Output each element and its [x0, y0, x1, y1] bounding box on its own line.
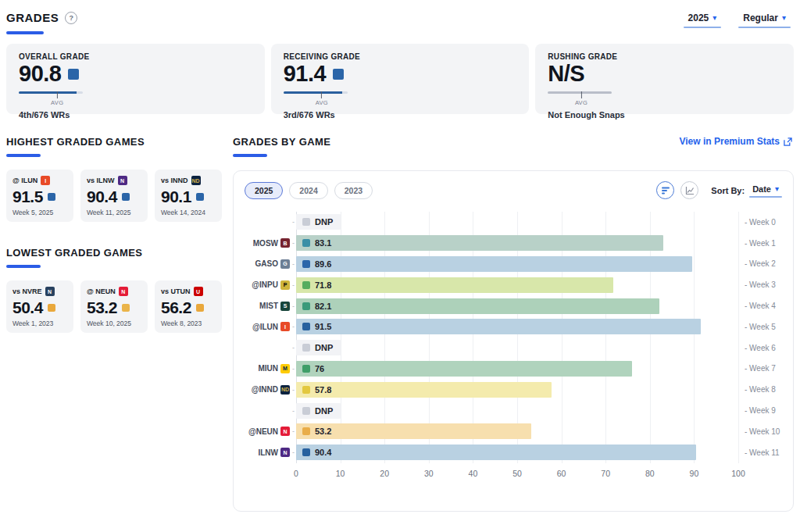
grade-distribution-slider: AVG — [19, 91, 83, 102]
game-grade-value: 90.1 — [161, 187, 191, 205]
team-logo-icon: I — [41, 176, 50, 185]
season-type-dropdown[interactable]: Regular ▾ — [738, 11, 791, 28]
grade-bar[interactable]: 90.4 — [296, 445, 696, 460]
highest-graded-section: HIGHEST GRADED GAMES @ ILUN I 91.5 Week … — [6, 136, 223, 222]
game-week: Week 10, 2025 — [87, 320, 141, 327]
view-premium-stats-link[interactable]: View in Premium Stats — [680, 136, 795, 147]
axis-tick-dash: - — [292, 218, 295, 226]
grade-color-marker — [48, 193, 55, 201]
axis-tick-dash: - — [292, 427, 295, 435]
grade-color-marker — [302, 344, 310, 352]
chart-team-label: MOSW — [253, 239, 278, 248]
chevron-down-icon: ▾ — [712, 14, 716, 22]
game-grade-card[interactable]: vs NVRE N 50.4 Week 1, 2023 — [6, 280, 73, 333]
grade-color-marker — [302, 323, 310, 330]
chart-row: MOSW B - 83.1 - Week 1 — [245, 233, 782, 254]
grade-color-marker — [302, 448, 310, 456]
year-pill-2025[interactable]: 2025 — [245, 182, 283, 199]
grade-bar[interactable]: 76 — [296, 361, 632, 377]
sort-by-label: Sort By: — [711, 186, 745, 195]
chart-week-label: - Week 3 — [738, 280, 782, 289]
highest-graded-games: @ ILUN I 91.5 Week 5, 2025 vs ILNW N 90.… — [6, 170, 223, 222]
grade-color-marker — [302, 260, 310, 268]
grade-rank: 4th/676 WRs — [19, 110, 252, 120]
bar-value-label: 71.8 — [315, 280, 331, 290]
x-axis-tick-label: 0 — [294, 469, 298, 478]
line-chart-icon — [685, 186, 695, 195]
year-filter-pills: 202520242023 — [245, 182, 373, 199]
dropdown-underline — [684, 27, 722, 28]
game-week: Week 1, 2023 — [12, 320, 67, 327]
grade-distribution-slider: AVG — [284, 91, 348, 102]
external-link-icon — [784, 137, 792, 146]
sort-by-dropdown[interactable]: Date ▾ — [749, 184, 782, 198]
grade-bar[interactable]: 53.2 — [296, 423, 531, 439]
team-logo-icon: G — [280, 259, 290, 269]
game-week: Week 11, 2025 — [87, 209, 141, 216]
axis-tick-dash: - — [292, 386, 295, 394]
dnp-bar[interactable]: DNP — [296, 340, 341, 355]
chart-team-label: @NEUN — [248, 427, 278, 436]
line-chart-view-button[interactable] — [680, 181, 698, 199]
game-week: Week 8, 2023 — [161, 320, 216, 327]
summary-grade-cards: OVERALL GRADE 90.8 AVG 4th/676 WRs RECEI… — [6, 44, 794, 114]
avg-label: AVG — [51, 99, 63, 106]
game-grade-card[interactable]: @ ILUN I 91.5 Week 5, 2025 — [6, 170, 73, 222]
bar-chart-view-button[interactable] — [656, 181, 674, 199]
grade-color-marker — [302, 427, 310, 435]
chart-week-label: - Week 0 — [738, 218, 782, 227]
game-grade-card[interactable]: vs INND ND 90.1 Week 14, 2024 — [155, 170, 222, 222]
game-opponent: vs INND — [161, 177, 188, 184]
chart-week-label: - Week 7 — [738, 364, 782, 373]
grade-bar[interactable]: 82.1 — [296, 298, 659, 314]
grade-color-marker — [302, 302, 310, 310]
grade-rank: 3rd/676 WRs — [284, 110, 517, 120]
bar-value-label: 53.2 — [315, 427, 331, 436]
game-grade-card[interactable]: @ NEUN N 53.2 Week 10, 2025 — [80, 280, 148, 333]
x-axis-tick-label: 30 — [424, 469, 434, 478]
grade-color-marker — [48, 304, 55, 312]
year-pill-2024[interactable]: 2024 — [289, 182, 327, 199]
chart-row: @NEUN N - 53.2 - Week 10 — [245, 421, 782, 442]
grade-bar[interactable]: 91.5 — [296, 319, 701, 334]
season-dropdown[interactable]: 2025 ▾ — [684, 11, 722, 28]
axis-tick-dash: - — [292, 323, 295, 330]
chart-week-label: - Week 8 — [738, 385, 782, 394]
game-grade-card[interactable]: vs ILNW N 90.4 Week 11, 2025 — [80, 170, 148, 222]
grade-bar[interactable]: 89.6 — [296, 256, 692, 272]
grades-bar-chart: - DNP - Week 0 MOSW B - 83.1 - Week 1 — [245, 212, 782, 482]
grades-page: GRADES ? 2025 ▾ Regular ▾ OVE — [0, 0, 800, 512]
game-opponent: vs NVRE — [12, 287, 42, 295]
chart-row: @INPU P - 71.8 - Week 3 — [245, 274, 782, 295]
game-grade-card[interactable]: vs UTUN U 56.2 Week 8, 2023 — [155, 280, 222, 333]
help-icon[interactable]: ? — [65, 12, 77, 24]
year-pill-2023[interactable]: 2023 — [334, 182, 373, 199]
chart-week-label: - Week 10 — [738, 427, 782, 436]
x-axis-tick-label: 60 — [557, 469, 566, 478]
chart-row: MIUN M - 76 - Week 7 — [245, 359, 782, 380]
team-logo-icon: N — [280, 448, 290, 457]
game-grade-value: 91.5 — [12, 187, 43, 205]
x-axis-tick-label: 80 — [645, 469, 655, 478]
chart-week-label: - Week 11 — [738, 448, 782, 457]
bar-value-label: 83.1 — [315, 238, 331, 248]
dnp-bar[interactable]: DNP — [296, 403, 341, 419]
bar-value-label: 91.5 — [315, 322, 331, 331]
team-logo-icon: ND — [191, 176, 201, 185]
chart-week-label: - Week 6 — [738, 344, 782, 352]
bar-value-label: 89.6 — [315, 259, 331, 269]
grade-color-marker — [302, 218, 310, 226]
bar-value-label: DNP — [315, 217, 333, 227]
grade-bar[interactable]: 57.8 — [296, 382, 552, 398]
grade-color-marker — [68, 69, 79, 80]
grade-bar[interactable]: 71.8 — [296, 277, 613, 293]
bar-value-label: DNP — [315, 343, 333, 352]
grade-bar[interactable]: 83.1 — [296, 235, 663, 251]
grades-by-game-title: GRADES BY GAME — [233, 136, 330, 148]
chart-team-label: @ILUN — [252, 323, 278, 331]
x-axis-tick-label: 10 — [336, 469, 345, 478]
bar-chart-icon — [661, 186, 670, 195]
dnp-bar[interactable]: DNP — [296, 214, 341, 230]
grade-rank: Not Enough Snaps — [548, 110, 781, 120]
team-logo-icon: B — [280, 238, 290, 248]
